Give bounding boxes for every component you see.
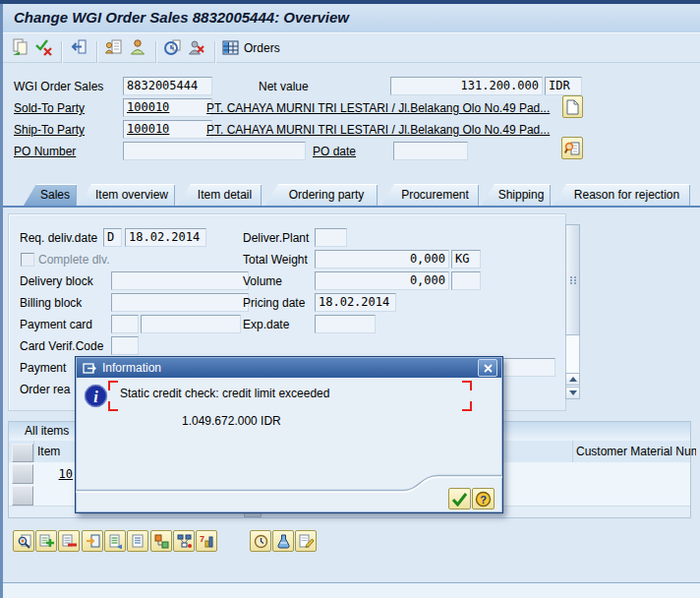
payment-card-number-field[interactable] (141, 315, 241, 333)
item-pricing-icon: 7 (200, 534, 214, 549)
partner-display-button[interactable] (103, 37, 125, 57)
svg-text:i: i (93, 389, 98, 405)
svg-text:?: ? (480, 494, 487, 506)
copy-order-icon (11, 37, 30, 57)
po-number-label[interactable]: PO Number (14, 145, 76, 158)
billing-block-select[interactable] (111, 293, 249, 312)
propose-items-button[interactable] (82, 530, 103, 552)
toolbar-separator (155, 41, 157, 63)
continue-button[interactable] (448, 488, 471, 509)
total-weight-field: 0,000 (315, 250, 449, 269)
tab-sales[interactable]: Sales (24, 184, 77, 206)
sold-to-party-field[interactable]: 100010 (123, 98, 212, 117)
payment-terms-label: Payment (20, 361, 66, 375)
item-detail-button[interactable] (13, 530, 34, 552)
row-select-cell[interactable] (12, 464, 33, 484)
volume-unit-field (451, 271, 481, 290)
volume-label: Volume (243, 274, 282, 288)
document-icon (566, 99, 579, 115)
window-frame-left (0, 4, 3, 598)
arrow-down-icon (569, 390, 577, 395)
check-document-icon (34, 37, 54, 57)
order-number-field[interactable]: 8832005444 (123, 77, 212, 95)
tab-strip-baseline (3, 206, 700, 208)
card-verif-code-field[interactable] (111, 336, 139, 355)
item-texts-icon (299, 534, 314, 549)
pricing-date-label: Pricing date (243, 296, 305, 310)
net-value-label: Net value (259, 80, 309, 93)
tab-ordering-party[interactable]: Ordering party (265, 184, 378, 206)
message-icon (83, 362, 97, 375)
item-network-icon (177, 534, 192, 549)
dialog-title-bar[interactable]: Information (77, 358, 501, 378)
create-text-button[interactable] (562, 95, 583, 118)
req-deliv-date-field[interactable]: 18.02.2014 (125, 228, 206, 247)
card-verif-code-label: Card Verif.Code (20, 339, 103, 353)
propose-items-icon (86, 534, 100, 549)
insert-item-icon (39, 534, 54, 549)
copy-order-button[interactable] (10, 37, 31, 57)
pricing-date-field[interactable]: 18.02.2014 (315, 293, 396, 312)
complete-dlv-checkbox[interactable] (21, 253, 34, 267)
po-date-field[interactable] (393, 142, 468, 160)
row-select-cell[interactable] (12, 486, 33, 506)
exp-date-field[interactable] (315, 315, 376, 333)
tab-item-overview[interactable]: Item overview (79, 184, 175, 206)
item-number-link[interactable]: 10 (55, 467, 73, 481)
scrollbar-grip-icon (570, 276, 572, 278)
partner-cancel-button[interactable] (186, 37, 207, 57)
document-flow-button[interactable] (162, 37, 184, 57)
business-partner-button[interactable] (127, 37, 148, 57)
tab-reason-for-rejection[interactable]: Reason for rejection (554, 184, 690, 206)
customer-material-column-header[interactable]: Customer Material Num (576, 445, 696, 458)
scroll-up-button[interactable] (565, 373, 580, 386)
item-schedule-button[interactable] (250, 530, 271, 552)
check-document-button[interactable] (33, 37, 55, 57)
select-all-cell[interactable] (12, 444, 33, 462)
tab-procurement[interactable]: Procurement (381, 184, 479, 206)
exit-button[interactable] (68, 37, 89, 57)
tab-item-detail[interactable]: Item detail (178, 184, 262, 206)
item-detail-icon (17, 534, 31, 549)
copy-item-icon (108, 534, 123, 549)
ship-to-party-label[interactable]: Ship-To Party (14, 123, 85, 137)
delivery-block-select[interactable] (111, 271, 249, 290)
help-icon: ? (475, 491, 492, 508)
arrow-up-icon (569, 377, 577, 382)
form-scrollbar-thumb[interactable] (565, 224, 580, 335)
date-type-field[interactable]: D (103, 228, 122, 247)
sold-to-party-text[interactable]: PT. CAHAYA MURNI TRI LESTARI / Jl.Belaka… (206, 101, 554, 115)
ship-to-party-field[interactable]: 100010 (123, 120, 212, 139)
tab-shipping[interactable]: Shipping (482, 184, 551, 206)
dialog-close-button[interactable] (478, 359, 497, 377)
customer-search-button[interactable] (561, 137, 583, 159)
orders-button[interactable]: Orders (222, 37, 280, 59)
display-item-icon (131, 534, 146, 549)
information-dialog: Information i Static credit check: credi… (75, 356, 503, 513)
toolbar-separator (61, 41, 63, 63)
display-item-button[interactable] (127, 530, 148, 552)
insert-item-button[interactable] (35, 530, 57, 552)
toolbar-separator (96, 41, 98, 63)
deliver-plant-field[interactable] (315, 228, 347, 247)
ship-to-party-text[interactable]: PT. CAHAYA MURNI TRI LESTARI / Jl.Belaka… (206, 123, 554, 137)
payment-card-type-field[interactable] (111, 315, 139, 333)
scroll-down-button[interactable] (565, 387, 580, 399)
document-flow-icon (163, 37, 183, 57)
po-number-field[interactable] (123, 142, 306, 160)
item-conditions-button[interactable] (150, 530, 172, 552)
exit-icon (69, 37, 88, 57)
info-icon: i (84, 384, 108, 408)
po-date-label[interactable]: PO date (313, 145, 356, 158)
delete-item-button[interactable] (58, 530, 80, 552)
availability-check-button[interactable] (272, 530, 294, 552)
help-button[interactable]: ? (472, 488, 495, 509)
availability-check-icon (276, 534, 291, 549)
copy-item-button[interactable] (104, 530, 126, 552)
item-pricing-button[interactable]: 7 (196, 530, 217, 552)
item-column-header[interactable]: Item (37, 445, 60, 458)
orders-grid-icon (222, 39, 240, 57)
sold-to-party-label[interactable]: Sold-To Party (14, 101, 85, 115)
item-network-button[interactable] (173, 530, 195, 552)
item-texts-button[interactable] (295, 530, 317, 552)
